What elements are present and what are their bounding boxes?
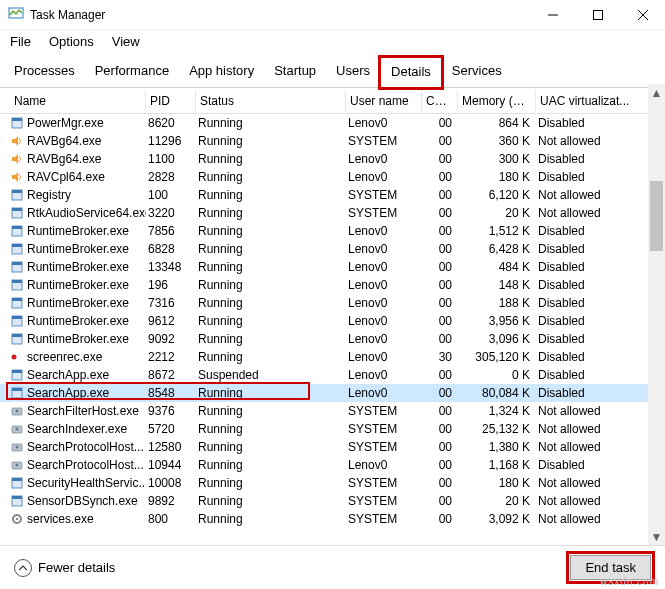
scroll-track[interactable] — [648, 101, 665, 528]
tab-startup[interactable]: Startup — [264, 57, 326, 87]
process-name: PowerMgr.exe — [27, 116, 104, 130]
process-icon — [10, 152, 24, 166]
table-row[interactable]: RAVBg64.exe1100RunningLenov000300 KDisab… — [0, 150, 665, 168]
table-row[interactable]: RuntimeBroker.exe7856RunningLenov0001,51… — [0, 222, 665, 240]
table-row[interactable]: SearchProtocolHost...10944RunningLenov00… — [0, 456, 665, 474]
menu-view[interactable]: View — [112, 34, 140, 49]
table-row[interactable]: RAVCpl64.exe2828RunningLenov000180 KDisa… — [0, 168, 665, 186]
table-row[interactable]: SearchApp.exe8672SuspendedLenov0000 KDis… — [0, 366, 665, 384]
col-status[interactable]: Status — [196, 90, 346, 112]
table-row[interactable]: RuntimeBroker.exe9092RunningLenov0003,09… — [0, 330, 665, 348]
table-row[interactable]: SearchFilterHost.exe9376RunningSYSTEM001… — [0, 402, 665, 420]
process-icon — [10, 206, 24, 220]
process-uac: Disabled — [536, 314, 661, 328]
process-uac: Disabled — [536, 170, 661, 184]
process-icon — [10, 332, 24, 346]
svg-rect-14 — [12, 244, 22, 247]
process-pid: 1100 — [146, 152, 196, 166]
maximize-button[interactable] — [575, 0, 620, 30]
process-uac: Not allowed — [536, 440, 661, 454]
col-pid[interactable]: PID — [146, 90, 196, 112]
process-user: Lenov0 — [346, 224, 422, 238]
table-row[interactable]: SecurityHealthServic...10008RunningSYSTE… — [0, 474, 665, 492]
scroll-down-button[interactable]: ▼ — [648, 528, 665, 545]
process-uac: Not allowed — [536, 512, 661, 526]
process-status: Running — [196, 188, 346, 202]
col-name[interactable]: Name — [8, 90, 146, 112]
tab-details[interactable]: Details — [380, 57, 442, 88]
table-row[interactable]: RuntimeBroker.exe7316RunningLenov000188 … — [0, 294, 665, 312]
process-uac: Not allowed — [536, 476, 661, 490]
process-icon — [10, 242, 24, 256]
col-memory[interactable]: Memory (a... — [458, 90, 536, 112]
svg-point-31 — [16, 410, 19, 413]
process-memory: 1,168 K — [458, 458, 536, 472]
col-user[interactable]: User name — [346, 90, 422, 112]
table-row[interactable]: RuntimeBroker.exe9612RunningLenov0003,95… — [0, 312, 665, 330]
process-status: Running — [196, 476, 346, 490]
process-cpu: 00 — [422, 242, 458, 256]
table-row[interactable]: RtkAudioService64.exe3220RunningSYSTEM00… — [0, 204, 665, 222]
table-row[interactable]: RuntimeBroker.exe6828RunningLenov0006,42… — [0, 240, 665, 258]
process-memory: 360 K — [458, 134, 536, 148]
menu-options[interactable]: Options — [49, 34, 94, 49]
process-status: Running — [196, 278, 346, 292]
process-user: Lenov0 — [346, 458, 422, 472]
col-uac[interactable]: UAC virtualizat... — [536, 90, 661, 112]
process-name: RuntimeBroker.exe — [27, 314, 129, 328]
process-memory: 6,428 K — [458, 242, 536, 256]
process-memory: 180 K — [458, 476, 536, 490]
table-row[interactable]: RuntimeBroker.exe13348RunningLenov000484… — [0, 258, 665, 276]
process-status: Running — [196, 116, 346, 130]
process-user: SYSTEM — [346, 188, 422, 202]
process-cpu: 30 — [422, 350, 458, 364]
watermark: wsxdn.com — [600, 576, 659, 587]
tab-app-history[interactable]: App history — [179, 57, 264, 87]
table-row[interactable]: RAVBg64.exe11296RunningSYSTEM00360 KNot … — [0, 132, 665, 150]
process-uac: Not allowed — [536, 494, 661, 508]
tab-strip: Processes Performance App history Startu… — [0, 57, 665, 88]
scroll-up-button[interactable]: ▲ — [648, 84, 665, 101]
menubar: File Options View — [0, 30, 665, 53]
table-row[interactable]: services.exe800RunningSYSTEM003,092 KNot… — [0, 510, 665, 528]
process-name: RAVBg64.exe — [27, 152, 102, 166]
tab-processes[interactable]: Processes — [4, 57, 85, 87]
table-row[interactable]: Registry100RunningSYSTEM006,120 KNot all… — [0, 186, 665, 204]
close-button[interactable] — [620, 0, 665, 30]
table-row[interactable]: RuntimeBroker.exe196RunningLenov000148 K… — [0, 276, 665, 294]
process-user: Lenov0 — [346, 296, 422, 310]
table-row[interactable]: SearchApp.exe8548RunningLenov00080,084 K… — [0, 384, 665, 402]
tab-services[interactable]: Services — [442, 57, 512, 87]
process-icon — [10, 260, 24, 274]
process-icon — [10, 476, 24, 490]
scroll-thumb[interactable] — [650, 181, 663, 251]
svg-rect-10 — [12, 208, 22, 211]
process-pid: 9892 — [146, 494, 196, 508]
table-row[interactable]: SearchProtocolHost...12580RunningSYSTEM0… — [0, 438, 665, 456]
table-row[interactable]: SearchIndexer.exe5720RunningSYSTEM0025,1… — [0, 420, 665, 438]
process-icon — [10, 386, 24, 400]
tab-users[interactable]: Users — [326, 57, 380, 87]
table-row[interactable]: SensorDBSynch.exe9892RunningSYSTEM0020 K… — [0, 492, 665, 510]
process-pid: 7856 — [146, 224, 196, 238]
vertical-scrollbar[interactable]: ▲ ▼ — [648, 84, 665, 545]
process-status: Running — [196, 404, 346, 418]
process-uac: Not allowed — [536, 404, 661, 418]
process-cpu: 00 — [422, 332, 458, 346]
process-uac: Disabled — [536, 332, 661, 346]
minimize-button[interactable] — [530, 0, 575, 30]
table-row[interactable]: PowerMgr.exe8620RunningLenov000864 KDisa… — [0, 114, 665, 132]
process-user: Lenov0 — [346, 242, 422, 256]
fewer-details-toggle[interactable]: Fewer details — [14, 559, 115, 577]
process-pid: 7316 — [146, 296, 196, 310]
svg-point-25 — [12, 355, 17, 360]
table-row[interactable]: screenrec.exe2212RunningLenov030305,120 … — [0, 348, 665, 366]
process-memory: 148 K — [458, 278, 536, 292]
process-name: RAVBg64.exe — [27, 134, 102, 148]
menu-file[interactable]: File — [10, 34, 31, 49]
col-cpu[interactable]: CPU — [422, 90, 458, 112]
process-name: SecurityHealthServic... — [27, 476, 146, 490]
process-cpu: 00 — [422, 188, 458, 202]
process-cpu: 00 — [422, 422, 458, 436]
tab-performance[interactable]: Performance — [85, 57, 179, 87]
